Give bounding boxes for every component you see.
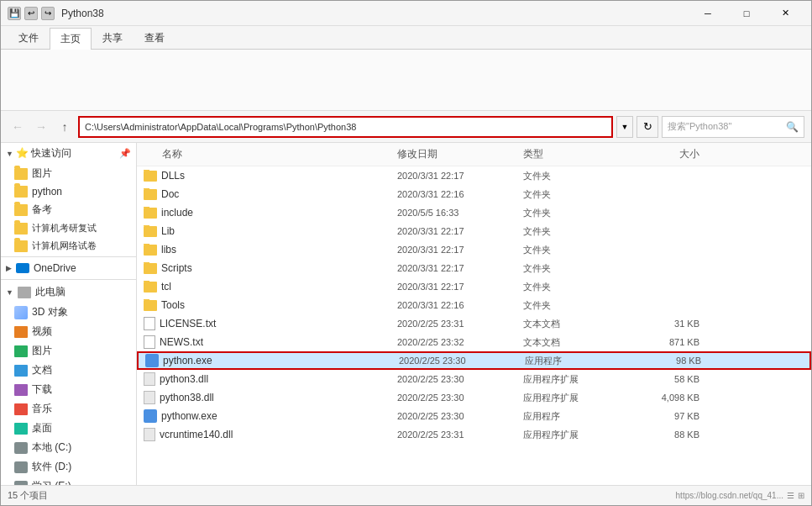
table-row[interactable]: Scripts 2020/3/31 22:17 文件夹 [137, 259, 811, 277]
file-name-cell: include [137, 207, 397, 219]
quick-access-header[interactable]: ▼ ⭐ 快速访问 📌 [1, 143, 136, 164]
sidebar-downloads[interactable]: 下载 [1, 380, 136, 399]
quick-access-arrow: ▼ [6, 150, 13, 158]
table-row[interactable]: NEWS.txt 2020/2/25 23:32 文本文档 871 KB [137, 333, 811, 351]
ribbon-tabs: 文件 主页 共享 查看 [1, 26, 811, 50]
sidebar-local-e[interactable]: 学习 (E:) [1, 477, 136, 485]
file-date: 2020/2/25 23:31 [397, 319, 523, 329]
table-row[interactable]: python3.dll 2020/2/25 23:30 应用程序扩展 58 KB [137, 370, 811, 388]
view-icon-list[interactable]: ☰ [787, 491, 794, 500]
redo-icon[interactable]: ↪ [41, 7, 55, 20]
close-button[interactable]: ✕ [766, 1, 804, 26]
search-input[interactable]: 搜索"Python38" 🔍 [662, 116, 804, 138]
address-dropdown-button[interactable]: ▼ [616, 116, 633, 138]
tab-file[interactable]: 文件 [8, 27, 50, 49]
sidebar-docs-label: 文档 [32, 363, 52, 377]
table-row[interactable]: vcruntime140.dll 2020/2/25 23:31 应用程序扩展 … [137, 425, 811, 444]
folder-icon [14, 204, 28, 216]
header-name[interactable]: 名称 [137, 147, 397, 161]
title-bar: 💾 ↩ ↪ Python38 ─ □ ✕ [1, 1, 811, 26]
sidebar-3dobjects[interactable]: 3D 对象 [1, 303, 136, 322]
file-date: 2020/2/25 23:31 [397, 430, 523, 440]
sidebar-item-cs-exam[interactable]: 计算机考研复试 [1, 219, 136, 237]
address-input[interactable]: C:\Users\Administrator\AppData\Local\Pro… [78, 116, 613, 138]
file-size: 31 KB [641, 319, 708, 329]
folder-icon [14, 168, 28, 180]
file-date: 2020/3/31 22:17 [397, 171, 523, 181]
file-name-cell: LICENSE.txt [137, 317, 397, 330]
table-row[interactable]: DLLs 2020/3/31 22:17 文件夹 [137, 166, 811, 185]
tab-home[interactable]: 主页 [50, 28, 92, 50]
sidebar-local-d[interactable]: 软件 (D:) [1, 457, 136, 477]
watermark: https://blog.csdn.net/qq_41... [676, 491, 783, 500]
window: 💾 ↩ ↪ Python38 ─ □ ✕ 文件 主页 共享 查看 ← → ↑ C… [0, 0, 812, 506]
file-name: Tools [161, 299, 185, 311]
table-row[interactable]: include 2020/5/5 16:33 文件夹 [137, 203, 811, 222]
maximize-button[interactable]: □ [727, 1, 766, 26]
undo-icon[interactable]: ↩ [24, 7, 38, 20]
sidebar-item-pictures[interactable]: 图片 [1, 164, 136, 183]
file-list: 名称 修改日期 类型 大小 DLLs 2020/3/31 22:17 文件夹 D… [137, 143, 811, 485]
file-date: 2020/2/25 23:30 [397, 374, 523, 384]
tab-share[interactable]: 共享 [92, 27, 134, 49]
dll-icon [144, 428, 155, 441]
refresh-button[interactable]: ↻ [637, 116, 658, 138]
table-row[interactable]: pythonw.exe 2020/2/25 23:30 应用程序 97 KB [137, 407, 811, 425]
up-button[interactable]: ↑ [55, 117, 75, 137]
sidebar-item-python[interactable]: python [1, 183, 136, 200]
save-icon[interactable]: 💾 [8, 7, 21, 20]
table-row[interactable]: Tools 2020/3/31 22:16 文件夹 [137, 296, 811, 314]
file-type: 文件夹 [523, 281, 641, 293]
sidebar-docs[interactable]: 文档 [1, 361, 136, 380]
title-bar-icons: 💾 ↩ ↪ [8, 7, 55, 20]
header-date[interactable]: 修改日期 [397, 147, 523, 161]
quick-access-label: ⭐ 快速访问 [16, 146, 71, 161]
minimize-button[interactable]: ─ [689, 1, 727, 26]
ribbon-content [1, 50, 811, 110]
desktop-icon [14, 423, 28, 435]
computer-icon [18, 287, 31, 298]
file-date: 2020/3/31 22:17 [397, 263, 523, 273]
table-row[interactable]: libs 2020/3/31 22:17 文件夹 [137, 240, 811, 259]
header-size[interactable]: 大小 [641, 147, 708, 161]
file-name: Doc [161, 188, 179, 200]
back-button[interactable]: ← [8, 117, 28, 137]
header-type[interactable]: 类型 [523, 147, 641, 161]
file-size: 871 KB [641, 337, 708, 347]
table-row[interactable]: python38.dll 2020/2/25 23:30 应用程序扩展 4,09… [137, 388, 811, 407]
file-name: Scripts [161, 262, 192, 274]
folder-icon [144, 171, 157, 182]
file-name: python.exe [163, 355, 212, 366]
table-row[interactable]: tcl 2020/3/31 22:17 文件夹 [137, 277, 811, 296]
file-type: 应用程序 [525, 355, 642, 367]
tab-view[interactable]: 查看 [134, 27, 175, 49]
sidebar-pictures[interactable]: 图片 [1, 341, 136, 361]
table-row[interactable]: Lib 2020/3/31 22:17 文件夹 [137, 222, 811, 240]
sidebar-music[interactable]: 音乐 [1, 399, 136, 419]
file-type: 文件夹 [523, 262, 641, 275]
file-size: 4,098 KB [641, 393, 708, 403]
view-icon-grid[interactable]: ⊞ [798, 491, 804, 500]
status-item-count: 15 个项目 [8, 489, 48, 502]
sidebar-item-network[interactable]: 计算机网络试卷 [1, 237, 136, 255]
file-size: 98 KB [642, 356, 710, 366]
sidebar-local-c[interactable]: 本地 (C:) [1, 438, 136, 457]
table-row[interactable]: python.exe 2020/2/25 23:30 应用程序 98 KB [137, 351, 811, 370]
sidebar-downloads-label: 下载 [32, 382, 52, 397]
table-row[interactable]: Doc 2020/3/31 22:16 文件夹 [137, 185, 811, 203]
file-size: 58 KB [641, 374, 708, 384]
sidebar-item-backup[interactable]: 备考 [1, 200, 136, 219]
sidebar-thispc[interactable]: ▼ 此电脑 [1, 282, 136, 303]
file-type: 应用程序扩展 [523, 373, 641, 386]
table-row[interactable]: LICENSE.txt 2020/2/25 23:31 文本文档 31 KB [137, 314, 811, 333]
sidebar-desktop[interactable]: 桌面 [1, 419, 136, 438]
file-date: 2020/2/25 23:30 [399, 356, 525, 366]
file-name: libs [161, 244, 176, 256]
sidebar-onedrive[interactable]: ▶ OneDrive [1, 259, 136, 277]
forward-button[interactable]: → [31, 117, 51, 137]
file-size: 88 KB [641, 430, 708, 440]
sidebar-video[interactable]: 视频 [1, 322, 136, 341]
file-name: tcl [161, 281, 171, 293]
file-name-cell: tcl [137, 281, 397, 293]
file-type: 应用程序 [523, 410, 641, 423]
